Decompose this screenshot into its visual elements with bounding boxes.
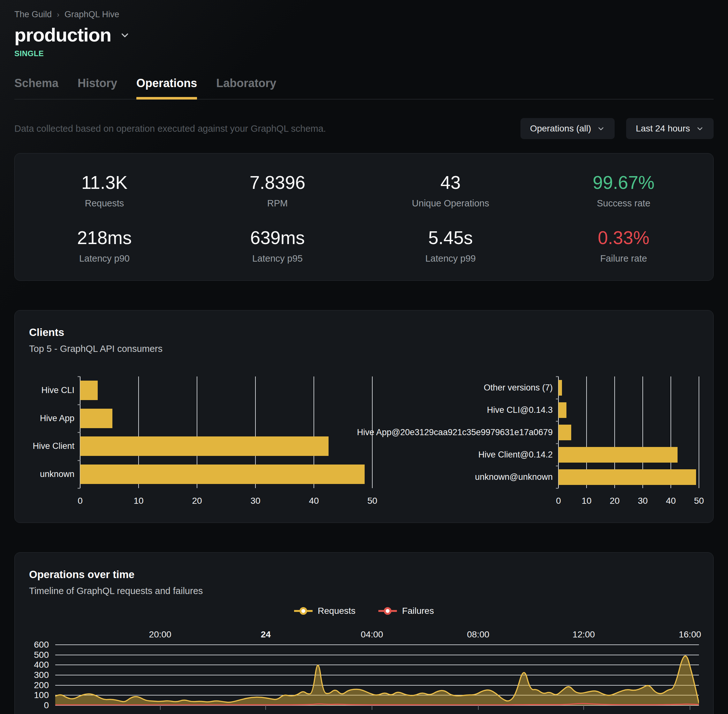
- bar: [80, 409, 113, 428]
- bar: [558, 424, 571, 440]
- breadcrumb: The Guild › GraphQL Hive: [14, 0, 714, 20]
- stat-value: 43: [364, 172, 537, 193]
- page-title: production: [14, 24, 111, 46]
- stat-value: 218ms: [18, 227, 191, 248]
- bar-category-label: unknown: [29, 460, 80, 489]
- bar-chart-body: Other versions (7)Hive CLI@0.14.3Hive Ap…: [376, 376, 699, 488]
- x-tick-label: 04:00: [361, 630, 383, 640]
- x-tick-label: 50: [694, 496, 704, 506]
- stat-label: Failure rate: [537, 254, 710, 264]
- bar-chart-plot: [558, 376, 699, 488]
- axis-tick: [556, 488, 558, 489]
- breadcrumb-separator-icon: ›: [57, 10, 59, 19]
- x-tick-label: 16:00: [679, 630, 701, 640]
- stat-value: 11.3K: [18, 172, 191, 193]
- operations-timeline-chart: 20:002404:0008:0012:0016:006005004003002…: [29, 630, 699, 714]
- timeline-bottom-axis: 20:002404:0008:0012:0016:00: [55, 712, 699, 714]
- axis-tick: [372, 705, 372, 710]
- y-tick-label: 500: [34, 650, 49, 660]
- timeline-y-axis: 6005004003002001000: [29, 645, 55, 705]
- clients-by-version-bar-chart: Other versions (7)Hive CLI@0.14.3Hive Ap…: [376, 376, 699, 509]
- stat-unique-operations: 43 Unique Operations: [364, 172, 537, 208]
- bar-chart-body: Hive CLIHive AppHive Clientunknown: [29, 376, 372, 488]
- tab-schema[interactable]: Schema: [14, 76, 59, 99]
- stat-label: Latency p90: [18, 254, 191, 264]
- bar: [80, 436, 329, 456]
- tab-operations[interactable]: Operations: [136, 76, 197, 99]
- x-tick-label: 40: [666, 496, 675, 506]
- stat-value: 7.8396: [191, 172, 364, 193]
- axis-tick: [584, 705, 584, 710]
- x-tick-label: 08:00: [467, 712, 489, 714]
- bar: [558, 447, 678, 463]
- target-selector-chevron-down-icon[interactable]: [119, 30, 130, 40]
- tab-history[interactable]: History: [78, 76, 117, 99]
- tab-laboratory[interactable]: Laboratory: [216, 76, 276, 99]
- operations-page: The Guild › GraphQL Hive production SING…: [0, 0, 728, 714]
- bar-category-label: Hive Client@0.14.2: [376, 444, 558, 466]
- bar: [558, 469, 696, 485]
- period-filter-value: Last 24 hours: [636, 123, 690, 134]
- toolbar-controls: Operations (all) Last 24 hours: [520, 118, 714, 139]
- target-type-badge: SINGLE: [14, 49, 714, 58]
- legend-marker-icon: [294, 606, 313, 615]
- x-tick-label: 08:00: [467, 630, 489, 640]
- bar-row: [558, 444, 699, 466]
- stat-latency-p95: 639ms Latency p95: [191, 227, 364, 264]
- axis-tick: [478, 705, 478, 710]
- axis-tick: [556, 399, 558, 399]
- bar-chart-x-axis: 01020304050: [80, 493, 372, 509]
- tab-bar: Schema History Operations Laboratory: [14, 76, 714, 99]
- stat-success-rate: 99.67% Success rate: [537, 172, 710, 208]
- y-tick-label: 100: [34, 690, 49, 700]
- bar-category-label: unknown@unknown: [376, 466, 558, 488]
- bar: [80, 465, 365, 484]
- bar: [558, 380, 562, 396]
- chevron-down-icon: [696, 124, 704, 133]
- x-tick-label: 24: [261, 630, 271, 640]
- toolbar-description: Data collected based on operation execut…: [14, 123, 326, 134]
- x-tick-label: 16:00: [679, 712, 701, 714]
- x-tick-label: 10: [134, 496, 143, 506]
- clients-card-subtitle: Top 5 - GraphQL API consumers: [29, 344, 699, 354]
- clients-card-title: Clients: [29, 326, 699, 339]
- x-tick-label: 40: [309, 496, 319, 506]
- y-tick-label: 400: [34, 660, 49, 670]
- bar-chart-labels: Other versions (7)Hive CLI@0.14.3Hive Ap…: [376, 376, 558, 488]
- bar-category-label: Hive App@20e3129caa921c35e9979631e17a067…: [376, 421, 558, 444]
- operations-card-title: Operations over time: [29, 568, 699, 580]
- bar-chart-plot: [80, 376, 372, 488]
- bar-row: [558, 421, 699, 444]
- bar-row: [80, 432, 372, 460]
- legend-item[interactable]: Requests: [294, 606, 355, 616]
- operations-filter-dropdown[interactable]: Operations (all): [520, 118, 615, 139]
- bar-chart-x-axis: 01020304050: [558, 493, 699, 509]
- x-tick-label: 20:00: [149, 630, 171, 640]
- stat-label: RPM: [191, 198, 364, 208]
- axis-tick: [78, 460, 80, 461]
- stat-latency-p90: 218ms Latency p90: [18, 227, 191, 264]
- x-tick-label: 20: [192, 496, 202, 506]
- operations-filter-value: Operations (all): [530, 123, 591, 134]
- stat-label: Success rate: [537, 198, 710, 208]
- operations-card-subtitle: Timeline of GraphQL requests and failure…: [29, 586, 699, 596]
- active-tab-indicator: [136, 97, 197, 99]
- stats-card: 11.3K Requests 7.8396 RPM 43 Unique Oper…: [14, 153, 714, 281]
- x-tick-label: 0: [78, 496, 83, 506]
- axis-tick: [78, 404, 80, 405]
- breadcrumb-org-link[interactable]: The Guild: [14, 10, 52, 20]
- clients-card: Clients Top 5 - GraphQL API consumers Hi…: [14, 310, 714, 523]
- axis-tick: [78, 432, 80, 433]
- x-tick-label: 20: [609, 496, 620, 506]
- period-filter-dropdown[interactable]: Last 24 hours: [626, 118, 714, 139]
- bar-rows: [80, 376, 372, 488]
- x-tick-label: 04:00: [361, 712, 383, 714]
- stat-label: Requests: [18, 198, 191, 208]
- breadcrumb-project-link[interactable]: GraphQL Hive: [65, 10, 119, 20]
- stat-value: 639ms: [191, 227, 364, 248]
- axis-tick: [556, 443, 558, 444]
- bar-category-label: Other versions (7): [376, 376, 558, 399]
- legend-item[interactable]: Failures: [378, 606, 434, 616]
- stat-failure-rate: 0.33% Failure rate: [537, 227, 710, 264]
- axis-tick: [78, 488, 80, 489]
